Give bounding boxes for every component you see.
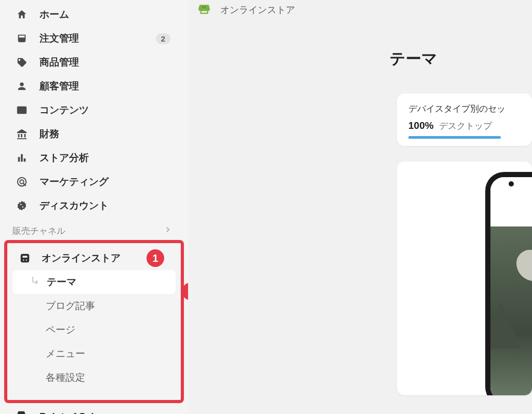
- nav-label: オンラインストア: [42, 251, 121, 265]
- svg-point-1: [20, 180, 23, 183]
- svg-point-5: [26, 259, 27, 260]
- nav-label: 注文管理: [39, 32, 79, 45]
- nav-analytics[interactable]: ストア分析: [0, 146, 188, 170]
- nav-label: 財務: [39, 127, 59, 141]
- svg-rect-7: [205, 6, 206, 8]
- orders-badge: 2: [156, 33, 170, 44]
- svg-rect-3: [22, 256, 27, 258]
- nav-label: 商品管理: [39, 56, 79, 69]
- breadcrumb-label: オンラインストア: [220, 4, 295, 16]
- nav-label: 顧客管理: [39, 79, 79, 93]
- sidebar: ホーム 注文管理 2 商品管理 顧客管理 コンテンツ 財務: [0, 0, 188, 414]
- phone-screen: [490, 177, 532, 395]
- nav-label: ストア分析: [39, 151, 89, 165]
- nav-finance[interactable]: 財務: [0, 122, 188, 146]
- target-icon: [16, 176, 28, 188]
- nav-label: ディスカウント: [39, 199, 109, 212]
- tree-branch-icon: [30, 276, 42, 288]
- subnav-menu[interactable]: メニュー: [7, 342, 181, 366]
- discount-icon: [16, 199, 28, 212]
- preview-shape: [516, 250, 532, 281]
- sessions-bar: [408, 136, 501, 139]
- phone-frame: [485, 172, 532, 395]
- subnav-blog[interactable]: ブログ記事: [7, 294, 181, 318]
- preview-shape: [485, 302, 522, 349]
- camera-icon: [509, 181, 514, 186]
- breadcrumb: オンラインストア: [197, 3, 532, 17]
- annotation-badge-1: 1: [147, 249, 164, 267]
- nav-customers[interactable]: 顧客管理: [0, 74, 188, 98]
- main-content: オンラインストア テーマ デバイスタイプ別のセッ 100% デスクトップ: [188, 0, 532, 414]
- nav-content[interactable]: コンテンツ: [0, 98, 188, 122]
- inbox-icon: [16, 32, 28, 45]
- theme-preview-card: [397, 162, 532, 395]
- svg-rect-6: [203, 6, 204, 8]
- chart-icon: [16, 152, 28, 164]
- nav-marketing[interactable]: マーケティング: [0, 170, 188, 194]
- sessions-card-title: デバイスタイプ別のセッ: [408, 103, 521, 115]
- person-icon: [16, 80, 28, 92]
- svg-rect-2: [21, 254, 30, 263]
- image-icon: [16, 104, 28, 116]
- channels-label: 販売チャネル: [12, 225, 65, 237]
- nav-label: コンテンツ: [39, 103, 89, 117]
- tag-icon: [16, 56, 28, 69]
- store-icon: [19, 252, 31, 264]
- subnav-label: 各種設定: [46, 371, 85, 384]
- nav-label: マーケティング: [39, 175, 109, 189]
- sessions-label: デスクトップ: [439, 120, 492, 132]
- nav-orders[interactable]: 注文管理 2: [0, 26, 188, 50]
- subnav-preferences[interactable]: 各種設定: [7, 366, 181, 390]
- pos-icon: [16, 410, 28, 414]
- channels-header: 販売チャネル: [0, 218, 188, 240]
- subnav-label: ブログ記事: [46, 299, 95, 313]
- nav-pos[interactable]: Point of Sale: [0, 403, 188, 414]
- subnav-label: メニュー: [46, 347, 85, 360]
- subnav-label: ページ: [46, 323, 75, 337]
- nav-home[interactable]: ホーム: [0, 3, 188, 26]
- subnav-pages[interactable]: ページ: [7, 318, 181, 342]
- sessions-card: デバイスタイプ別のセッ 100% デスクトップ: [397, 94, 532, 146]
- subnav-label: テーマ: [47, 275, 76, 289]
- nav-products[interactable]: 商品管理: [0, 50, 188, 74]
- svg-point-4: [23, 259, 24, 260]
- home-icon: [16, 8, 28, 21]
- nav-discounts[interactable]: ディスカウント: [0, 194, 188, 218]
- sessions-value: 100%: [408, 120, 434, 131]
- sessions-stat: 100% デスクトップ: [408, 120, 521, 132]
- page-title: テーマ: [390, 48, 532, 70]
- bank-icon: [16, 128, 28, 140]
- subnav-themes[interactable]: テーマ: [12, 270, 176, 294]
- chevron-right-icon[interactable]: [163, 225, 172, 237]
- annotation-highlight: オンラインストア テーマ ブログ記事 ページ メニュー 各種設定 1 2: [4, 240, 184, 403]
- nav-label: ホーム: [39, 8, 69, 21]
- nav-label: Point of Sale: [39, 411, 99, 414]
- store-breadcrumb-icon: [197, 3, 212, 17]
